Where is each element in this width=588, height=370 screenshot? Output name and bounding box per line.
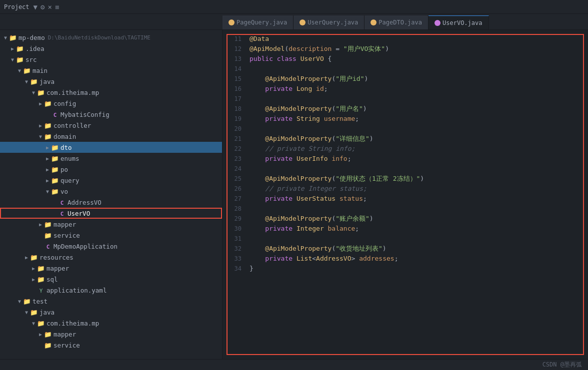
- code-line: 27 private UserStatus status;: [222, 194, 588, 204]
- tree-arrow: ▶: [44, 156, 51, 161]
- tree-icon: 📁: [51, 166, 59, 173]
- tab-pagequeryjava[interactable]: PageQuery.java: [222, 15, 294, 29]
- tab-uservojava[interactable]: UserVO.java: [428, 15, 488, 29]
- token-punc: ): [364, 75, 368, 82]
- tree-icon: 📁: [51, 155, 59, 162]
- line-number: 23: [226, 154, 242, 164]
- line-number: 17: [226, 94, 242, 104]
- tree-item-sql[interactable]: ▶📁sql: [0, 274, 222, 285]
- line-number: 14: [226, 64, 242, 74]
- tree-item-test[interactable]: ▼📁test: [0, 296, 222, 307]
- line-content: private List<AddressVO> addresses;: [250, 254, 398, 264]
- token-punc: ;: [355, 225, 359, 232]
- tree-item-mpdemoapplication[interactable]: CMpDemoApplication: [0, 241, 222, 252]
- line-number: 28: [226, 204, 242, 214]
- tree-item-uservo[interactable]: CUserVO: [0, 208, 222, 219]
- tree-arrow: ▼: [23, 79, 30, 84]
- tree-icon: 📁: [37, 276, 45, 283]
- tree-label: UserVO: [68, 210, 90, 217]
- tree-label: com.itheima.mp: [46, 89, 99, 96]
- tree-item--idea[interactable]: ▶📁.idea: [0, 43, 222, 54]
- tree-item-config[interactable]: ▶📁config: [0, 98, 222, 109]
- line-content: private Long id;: [250, 84, 328, 94]
- tree-label: vo: [60, 188, 68, 195]
- tree-item-main[interactable]: ▼📁main: [0, 65, 222, 76]
- tree-icon: 📁: [44, 232, 52, 239]
- tree-item-mapper[interactable]: ▶📁mapper: [0, 329, 222, 340]
- tree-item-vo[interactable]: ▼📁vo: [0, 186, 222, 197]
- tree-item-resources[interactable]: ▶📁resources: [0, 252, 222, 263]
- line-content: @Data: [250, 34, 269, 44]
- token-param: username: [324, 115, 356, 122]
- tree-item-addressvo[interactable]: CAddressVO: [0, 197, 222, 208]
- tab-bar: PageQuery.javaUserQuery.javaPageDTO.java…: [0, 14, 588, 30]
- token-plain: [273, 55, 277, 62]
- token-type: UserStatus: [296, 195, 336, 202]
- line-number: 31: [226, 234, 242, 244]
- tree-item-po[interactable]: ▶📁po: [0, 164, 222, 175]
- tree-arrow: ▼: [16, 68, 23, 73]
- code-line: 18 @ApiModelProperty("用户名"): [222, 104, 588, 114]
- tree-item-application-yaml[interactable]: Yapplication.yaml: [0, 285, 222, 296]
- token-kw: private: [250, 225, 292, 232]
- tree-item-java[interactable]: ▼📁java: [0, 76, 222, 87]
- tree-icon: 📁: [44, 331, 52, 338]
- token-type: List: [296, 255, 312, 262]
- menu-icon[interactable]: ≡: [55, 3, 59, 11]
- tree-item-query[interactable]: ▶📁query: [0, 175, 222, 186]
- tree-icon: 📁: [44, 221, 52, 228]
- tab-pagedtojava[interactable]: PageDTO.java: [364, 15, 428, 29]
- code-editor[interactable]: 11@Data12@ApiModel(description = "用户VO实体…: [222, 30, 588, 359]
- tree-item-java[interactable]: ▼📁java: [0, 307, 222, 318]
- tree-item-mybatisconfig[interactable]: CMybatisConfig: [0, 109, 222, 120]
- close-icon[interactable]: ×: [48, 3, 52, 11]
- tree-item-mapper[interactable]: ▶📁mapper: [0, 263, 222, 274]
- tree-icon: 📁: [30, 309, 38, 316]
- tree-arrow: ▶: [37, 123, 44, 128]
- expand-icon[interactable]: ▼: [34, 3, 38, 11]
- tree-arrow: ▶: [30, 266, 37, 271]
- tree-label: service: [54, 342, 80, 349]
- tree-label: com.itheima.mp: [46, 320, 99, 327]
- code-line: 29 @ApiModelProperty("账户余额"): [222, 214, 588, 224]
- code-line: 24: [222, 164, 588, 174]
- tree-item-com-itheima-mp[interactable]: ▼📁com.itheima.mp: [0, 87, 222, 98]
- tree-label: java: [40, 78, 54, 85]
- tree-item-mapper[interactable]: ▶📁mapper: [0, 219, 222, 230]
- tab-userqueryjava[interactable]: UserQuery.java: [294, 15, 364, 29]
- line-number: 19: [226, 114, 242, 124]
- tree-label: sql: [46, 276, 58, 283]
- tab-icon: [434, 20, 440, 26]
- tree-item-controller[interactable]: ▶📁controller: [0, 120, 222, 131]
- token-punc: =: [332, 45, 343, 52]
- code-lines: 11@Data12@ApiModel(description = "用户VO实体…: [222, 32, 588, 276]
- tree-icon: 📁: [51, 188, 59, 195]
- line-number: 22: [226, 144, 242, 154]
- tree-item-enums[interactable]: ▶📁enums: [0, 153, 222, 164]
- tree-item-com-itheima-mp[interactable]: ▼📁com.itheima.mp: [0, 318, 222, 329]
- token-str: "详细信息": [336, 135, 370, 142]
- token-param: id: [316, 85, 324, 92]
- code-line: 17: [222, 94, 588, 104]
- token-punc: ): [370, 135, 374, 142]
- tree-item-domain[interactable]: ▼📁domain: [0, 131, 222, 142]
- line-number: 26: [226, 184, 242, 194]
- tab-label: PageDTO.java: [378, 19, 422, 26]
- tree-item-src[interactable]: ▼📁src: [0, 54, 222, 65]
- token-plain: [292, 225, 296, 232]
- token-punc: ;: [324, 85, 328, 92]
- token-type: UserVO: [300, 55, 324, 62]
- status-bar: CSDN @墨再弧: [0, 359, 588, 370]
- line-number: 18: [226, 104, 242, 114]
- settings-icon[interactable]: ⚙: [40, 3, 44, 11]
- token-anno: @Data: [250, 35, 269, 42]
- tree-item-mp-demo[interactable]: ▼📁mp-demoD:\BaiduNetdiskDownload\TAGTIME: [0, 32, 222, 43]
- code-line: 16 private Long id;: [222, 84, 588, 94]
- tree-label: MpDemoApplication: [54, 243, 118, 250]
- tree-item-service[interactable]: 📁service: [0, 230, 222, 241]
- token-str: "账户余额": [336, 215, 370, 222]
- token-anno: @ApiModelProperty: [250, 105, 332, 112]
- tree-item-dto[interactable]: ▶📁dto: [0, 142, 222, 153]
- tree-item-service[interactable]: 📁service: [0, 340, 222, 351]
- token-type: Long: [296, 85, 312, 92]
